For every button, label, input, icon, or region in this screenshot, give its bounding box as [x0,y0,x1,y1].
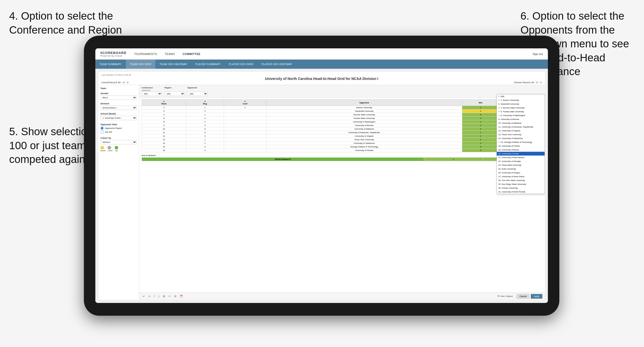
nav-signout[interactable]: Sign out [533,52,543,55]
table-row: 11 6 University of Arkansas, Fayettevill… [142,131,542,134]
dropdown-item[interactable]: 31. University of North Florida [497,190,545,194]
dropdown-item[interactable]: 16. University of Florida [497,144,545,148]
cell-name: University of Oklahoma [266,142,462,145]
cell-reg: 2 [186,149,224,152]
dropdown-item[interactable]: 9. University of Arizona [497,117,545,121]
dropdown-item[interactable]: 30. Purdue University [497,186,545,190]
table-row: 15 4 Georgia Institute of Technology 5 0 [142,145,542,149]
opponent-select[interactable]: (All) [187,92,208,96]
col-conf: #Conf [224,100,266,106]
col-reg: #Reg [186,100,224,106]
nav-tournaments[interactable]: TOURNAMENTS [134,52,157,56]
subnav-team-summary[interactable]: TEAM SUMMARY [95,60,126,69]
cell-name: Auburn University [266,106,462,109]
dropdown-item[interactable]: 14. University of Oklahoma [497,136,545,140]
colour-by-select[interactable]: Win/loss [100,140,137,144]
toolbar-view: 👁 View: Original [498,295,513,297]
team-label: Team [100,87,137,90]
cell-reg: 5 [186,127,224,131]
subnav-player-h2h-heatmap[interactable]: PLAYER H2H HEATMAP [258,60,296,69]
dropdown-item[interactable]: 3. Vanderbilt University [497,102,545,106]
color-legend: Down Level Up [100,146,137,152]
cell-reg: 2 [186,142,224,145]
toolbar-cut[interactable]: ✂ [168,294,172,298]
cell-name: Vanderbilt University [266,109,462,113]
cell-name: Texas Tech University [266,138,462,142]
dropdown-item[interactable]: 11. University of Arkansas, Fayetteville [497,125,545,129]
toolbar-paste[interactable]: ⊟ [173,294,177,298]
cell-rank: 15 [142,145,186,149]
cell-reg: 2 [186,109,224,113]
dropdown-item[interactable]: ✓ 6. Florida State University [497,110,545,114]
region-select[interactable]: (All) [164,92,185,96]
nav-committee[interactable]: COMMITTEE [183,52,201,56]
dropdown-item[interactable]: ✓ (All) [497,94,545,98]
out-div-table: NCAA Division II 1 0 [142,157,542,161]
cell-rank: 2 [142,106,186,109]
division-select[interactable]: NCAA Division I [100,106,137,110]
col-rank: #Rank [142,100,186,106]
last-updated: Last Updated: 4/7/2024 16:55:39 [101,74,542,76]
radio-top100[interactable]: Top 100 [100,130,137,134]
table-row: 14 2 University of Oklahoma 2 2 [142,142,542,145]
cell-rank: 12 [142,134,186,138]
cell-conf [224,131,266,134]
dropdown-item[interactable]: 28. The Ohio State University [497,178,545,182]
cell-rank: 3 [142,109,186,113]
cell-conf [224,127,266,131]
dropdown-item[interactable]: ✓ 8. University of Washington [497,114,545,117]
cell-win: 5 [462,113,499,117]
cell-conf [224,134,266,138]
dropdown-item[interactable]: 23. Texas A&M University [497,163,545,167]
dropdown-item[interactable]: 22. University of Georgia [497,159,545,163]
subnav-team-h2h-grid[interactable]: TEAM H2H GRID [126,60,156,69]
nav-teams[interactable]: TEAMS [165,52,175,56]
school-select[interactable]: 1. University of Nort... [100,116,137,120]
toolbar-undo[interactable]: ↩ [142,294,146,298]
top-nav: 5COREBOARD Powered by Cloud TOURNAMENTS … [95,48,548,60]
cell-name: University of Alabama [266,127,462,131]
conference-select[interactable]: (All) [142,92,162,96]
toolbar-copy[interactable]: ⊞ [162,294,166,298]
toolbar-back[interactable]: ⟨ [153,294,156,298]
subnav-player-h2h-grid[interactable]: PLAYER H2H GRID [225,60,258,69]
data-table-wrap: #Rank #Reg #Conf Opponent Win Loss [139,98,545,292]
dropdown-item[interactable]: 27. University of Notre Dame [497,175,545,178]
toolbar-redo[interactable]: ↪ [147,294,151,298]
cell-conf [224,109,266,113]
opponent-dropdown[interactable]: ✓ (All)✓ 2. Auburn University3. Vanderbi… [497,94,545,194]
dropdown-item[interactable]: 18. University of Illinois [497,148,545,152]
cell-conf [224,142,266,145]
record-row: Overall Record: 89 - 17 - 0 Division Rec… [101,81,542,84]
cell-name: Florida State University [266,117,462,120]
cell-name: Arizona State University [266,113,462,117]
dropdown-item[interactable]: ✓ 2. Auburn University [497,98,545,102]
dropdown-item[interactable]: ✓ 15. Georgia Institute of Technology [497,140,545,144]
tablet-screen: 5COREBOARD Powered by Cloud TOURNAMENTS … [95,48,548,303]
radio-opponents-played[interactable]: Opponents Played [100,127,137,130]
toolbar-forward[interactable]: ⟩ [157,294,160,298]
subnav-player-summary[interactable]: PLAYER SUMMARY [191,60,224,69]
dropdown-item[interactable]: 29. San Diego State University [497,182,545,186]
content-header: Last Updated: 4/7/2024 16:55:39 Universi… [98,72,545,85]
dropdown-item[interactable]: 12. University of Virginia [497,129,545,133]
cell-reg: 1 [186,106,224,109]
gender-select[interactable]: Men's [100,95,137,100]
cell-win: 2 [462,106,499,109]
toolbar-clock[interactable]: ⏰ [179,294,184,298]
cancel-button[interactable]: Cancel [517,294,529,299]
opponent-label: Opponent [187,87,208,89]
dropdown-item[interactable]: 21. University of New Mexico [497,156,545,159]
dropdown-item[interactable]: 24. Duke University [497,167,545,171]
filter-region: Region (All) [164,87,185,96]
dropdown-item[interactable]: ✓ 4. Arizona State University [497,106,545,110]
dropdown-item[interactable]: 25. University of Oregon [497,171,545,175]
dropdown-item[interactable]: 20. University of Texas [497,152,545,156]
cell-win: 3 [462,138,499,142]
dropdown-item[interactable]: 13. Texas Tech University [497,133,545,136]
color-down-label: Down [100,149,106,152]
dropdown-item[interactable]: 10. University of Alabama [497,121,545,125]
color-down [100,146,104,149]
subnav-team-h2h-heatmap[interactable]: TEAM H2H HEATMAP [155,60,191,69]
apply-button[interactable]: Apply [531,294,542,299]
